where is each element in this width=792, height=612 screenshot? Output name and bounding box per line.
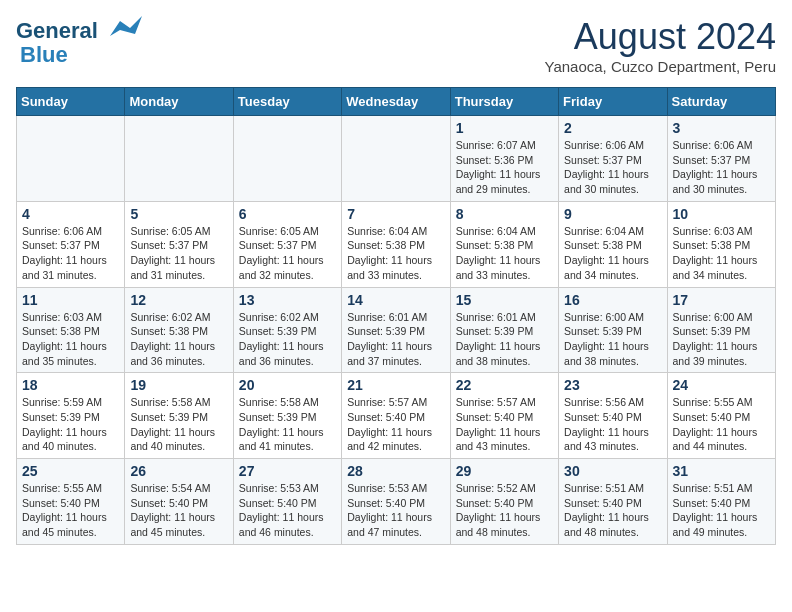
page-header: General Blue August 2024 Yanaoca, Cuzco … — [16, 16, 776, 75]
day-number: 10 — [673, 206, 770, 222]
col-header-tuesday: Tuesday — [233, 88, 341, 116]
calendar-cell: 12Sunrise: 6:02 AMSunset: 5:38 PMDayligh… — [125, 287, 233, 373]
col-header-wednesday: Wednesday — [342, 88, 450, 116]
calendar-cell: 3Sunrise: 6:06 AMSunset: 5:37 PMDaylight… — [667, 116, 775, 202]
calendar-cell: 11Sunrise: 6:03 AMSunset: 5:38 PMDayligh… — [17, 287, 125, 373]
day-info: Sunrise: 5:51 AMSunset: 5:40 PMDaylight:… — [673, 481, 770, 540]
calendar-cell: 8Sunrise: 6:04 AMSunset: 5:38 PMDaylight… — [450, 201, 558, 287]
day-info: Sunrise: 5:55 AMSunset: 5:40 PMDaylight:… — [22, 481, 119, 540]
day-number: 27 — [239, 463, 336, 479]
svg-marker-1 — [100, 26, 110, 36]
day-info: Sunrise: 6:02 AMSunset: 5:38 PMDaylight:… — [130, 310, 227, 369]
calendar-cell: 6Sunrise: 6:05 AMSunset: 5:37 PMDaylight… — [233, 201, 341, 287]
svg-marker-0 — [110, 16, 142, 36]
calendar-cell: 10Sunrise: 6:03 AMSunset: 5:38 PMDayligh… — [667, 201, 775, 287]
location-subtitle: Yanaoca, Cuzco Department, Peru — [544, 58, 776, 75]
calendar-cell: 13Sunrise: 6:02 AMSunset: 5:39 PMDayligh… — [233, 287, 341, 373]
day-number: 8 — [456, 206, 553, 222]
day-number: 15 — [456, 292, 553, 308]
day-info: Sunrise: 6:06 AMSunset: 5:37 PMDaylight:… — [673, 138, 770, 197]
calendar-cell: 23Sunrise: 5:56 AMSunset: 5:40 PMDayligh… — [559, 373, 667, 459]
calendar-cell: 21Sunrise: 5:57 AMSunset: 5:40 PMDayligh… — [342, 373, 450, 459]
calendar-cell: 29Sunrise: 5:52 AMSunset: 5:40 PMDayligh… — [450, 459, 558, 545]
calendar-week-row: 4Sunrise: 6:06 AMSunset: 5:37 PMDaylight… — [17, 201, 776, 287]
day-info: Sunrise: 5:57 AMSunset: 5:40 PMDaylight:… — [347, 395, 444, 454]
day-number: 11 — [22, 292, 119, 308]
day-info: Sunrise: 6:00 AMSunset: 5:39 PMDaylight:… — [564, 310, 661, 369]
day-info: Sunrise: 5:55 AMSunset: 5:40 PMDaylight:… — [673, 395, 770, 454]
calendar-header-row: SundayMondayTuesdayWednesdayThursdayFrid… — [17, 88, 776, 116]
calendar-cell: 15Sunrise: 6:01 AMSunset: 5:39 PMDayligh… — [450, 287, 558, 373]
day-number: 22 — [456, 377, 553, 393]
day-info: Sunrise: 6:06 AMSunset: 5:37 PMDaylight:… — [22, 224, 119, 283]
day-number: 12 — [130, 292, 227, 308]
day-info: Sunrise: 6:05 AMSunset: 5:37 PMDaylight:… — [239, 224, 336, 283]
title-area: August 2024 Yanaoca, Cuzco Department, P… — [544, 16, 776, 75]
calendar-cell: 17Sunrise: 6:00 AMSunset: 5:39 PMDayligh… — [667, 287, 775, 373]
logo-general: General — [16, 18, 98, 44]
day-info: Sunrise: 5:58 AMSunset: 5:39 PMDaylight:… — [130, 395, 227, 454]
day-number: 14 — [347, 292, 444, 308]
day-number: 2 — [564, 120, 661, 136]
calendar-cell: 9Sunrise: 6:04 AMSunset: 5:38 PMDaylight… — [559, 201, 667, 287]
day-info: Sunrise: 5:58 AMSunset: 5:39 PMDaylight:… — [239, 395, 336, 454]
calendar-cell — [342, 116, 450, 202]
day-info: Sunrise: 5:52 AMSunset: 5:40 PMDaylight:… — [456, 481, 553, 540]
day-number: 17 — [673, 292, 770, 308]
calendar-table: SundayMondayTuesdayWednesdayThursdayFrid… — [16, 87, 776, 545]
day-number: 28 — [347, 463, 444, 479]
calendar-cell — [17, 116, 125, 202]
day-number: 30 — [564, 463, 661, 479]
day-info: Sunrise: 5:56 AMSunset: 5:40 PMDaylight:… — [564, 395, 661, 454]
calendar-week-row: 1Sunrise: 6:07 AMSunset: 5:36 PMDaylight… — [17, 116, 776, 202]
calendar-cell: 22Sunrise: 5:57 AMSunset: 5:40 PMDayligh… — [450, 373, 558, 459]
col-header-thursday: Thursday — [450, 88, 558, 116]
day-info: Sunrise: 6:02 AMSunset: 5:39 PMDaylight:… — [239, 310, 336, 369]
logo-blue: Blue — [20, 42, 68, 68]
day-info: Sunrise: 6:04 AMSunset: 5:38 PMDaylight:… — [347, 224, 444, 283]
day-info: Sunrise: 6:03 AMSunset: 5:38 PMDaylight:… — [22, 310, 119, 369]
day-info: Sunrise: 6:05 AMSunset: 5:37 PMDaylight:… — [130, 224, 227, 283]
day-number: 13 — [239, 292, 336, 308]
col-header-monday: Monday — [125, 88, 233, 116]
day-number: 1 — [456, 120, 553, 136]
month-year-title: August 2024 — [544, 16, 776, 58]
day-info: Sunrise: 6:07 AMSunset: 5:36 PMDaylight:… — [456, 138, 553, 197]
calendar-cell: 26Sunrise: 5:54 AMSunset: 5:40 PMDayligh… — [125, 459, 233, 545]
day-number: 6 — [239, 206, 336, 222]
day-info: Sunrise: 5:54 AMSunset: 5:40 PMDaylight:… — [130, 481, 227, 540]
calendar-cell: 24Sunrise: 5:55 AMSunset: 5:40 PMDayligh… — [667, 373, 775, 459]
day-info: Sunrise: 6:01 AMSunset: 5:39 PMDaylight:… — [456, 310, 553, 369]
day-info: Sunrise: 6:00 AMSunset: 5:39 PMDaylight:… — [673, 310, 770, 369]
calendar-week-row: 25Sunrise: 5:55 AMSunset: 5:40 PMDayligh… — [17, 459, 776, 545]
calendar-cell: 2Sunrise: 6:06 AMSunset: 5:37 PMDaylight… — [559, 116, 667, 202]
day-info: Sunrise: 5:51 AMSunset: 5:40 PMDaylight:… — [564, 481, 661, 540]
day-info: Sunrise: 6:04 AMSunset: 5:38 PMDaylight:… — [564, 224, 661, 283]
logo: General Blue — [16, 16, 142, 68]
day-info: Sunrise: 5:53 AMSunset: 5:40 PMDaylight:… — [239, 481, 336, 540]
day-number: 19 — [130, 377, 227, 393]
calendar-cell — [233, 116, 341, 202]
day-number: 21 — [347, 377, 444, 393]
day-number: 24 — [673, 377, 770, 393]
day-number: 18 — [22, 377, 119, 393]
calendar-cell: 18Sunrise: 5:59 AMSunset: 5:39 PMDayligh… — [17, 373, 125, 459]
calendar-cell: 4Sunrise: 6:06 AMSunset: 5:37 PMDaylight… — [17, 201, 125, 287]
day-info: Sunrise: 5:57 AMSunset: 5:40 PMDaylight:… — [456, 395, 553, 454]
col-header-saturday: Saturday — [667, 88, 775, 116]
day-number: 29 — [456, 463, 553, 479]
day-info: Sunrise: 5:53 AMSunset: 5:40 PMDaylight:… — [347, 481, 444, 540]
calendar-week-row: 11Sunrise: 6:03 AMSunset: 5:38 PMDayligh… — [17, 287, 776, 373]
calendar-cell: 14Sunrise: 6:01 AMSunset: 5:39 PMDayligh… — [342, 287, 450, 373]
logo-bird-icon — [100, 16, 142, 46]
day-number: 7 — [347, 206, 444, 222]
calendar-cell: 1Sunrise: 6:07 AMSunset: 5:36 PMDaylight… — [450, 116, 558, 202]
day-number: 16 — [564, 292, 661, 308]
col-header-friday: Friday — [559, 88, 667, 116]
calendar-cell: 31Sunrise: 5:51 AMSunset: 5:40 PMDayligh… — [667, 459, 775, 545]
day-number: 31 — [673, 463, 770, 479]
calendar-week-row: 18Sunrise: 5:59 AMSunset: 5:39 PMDayligh… — [17, 373, 776, 459]
day-number: 20 — [239, 377, 336, 393]
calendar-cell: 5Sunrise: 6:05 AMSunset: 5:37 PMDaylight… — [125, 201, 233, 287]
day-number: 25 — [22, 463, 119, 479]
